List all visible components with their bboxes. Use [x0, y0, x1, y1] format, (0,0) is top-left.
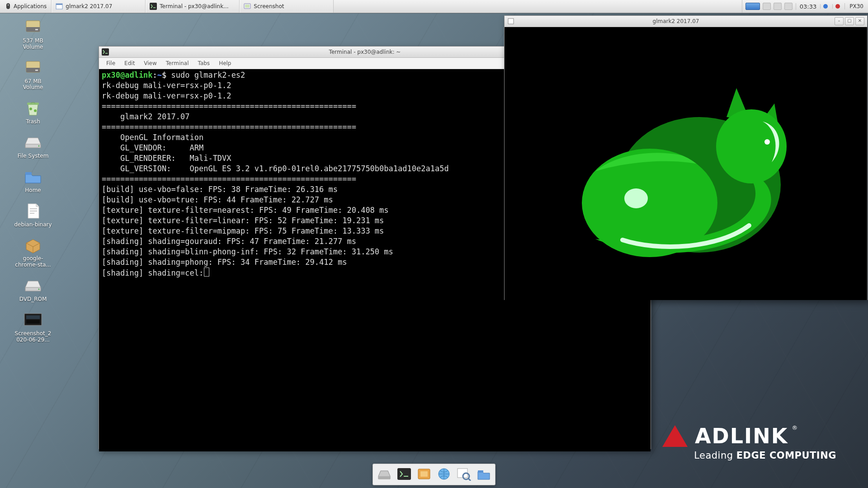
- dock-terminal[interactable]: [396, 466, 413, 483]
- bottom-dock: [373, 464, 495, 485]
- menu-file[interactable]: File: [102, 59, 120, 68]
- minimize-button[interactable]: –: [835, 17, 844, 25]
- svg-rect-25: [26, 320, 40, 324]
- close-button[interactable]: ✕: [855, 17, 864, 25]
- files-icon: [377, 467, 392, 482]
- top-panel: Applications glmark2 2017.07Terminal - p…: [0, 0, 868, 13]
- desktop-icon-label: Screenshot_2020-06-29...: [15, 331, 52, 343]
- desktop-icon-trash[interactable]: Trash: [8, 99, 58, 125]
- svg-rect-37: [420, 471, 428, 477]
- viewer-icon: [456, 467, 472, 482]
- desktop-icon-deb[interactable]: debian-binary: [8, 202, 58, 228]
- software-icon: [416, 467, 432, 482]
- applications-menu[interactable]: Applications: [0, 0, 52, 13]
- glmark2-title: glmark2 2017.07: [517, 18, 835, 24]
- image-icon: [23, 311, 43, 329]
- menu-help[interactable]: Help: [214, 59, 236, 68]
- taskbar-item-label: Screenshot: [254, 3, 284, 9]
- disk-icon: [23, 59, 43, 77]
- svg-point-14: [34, 109, 37, 112]
- package-icon: [23, 236, 43, 254]
- desktop-icon-area: 537 MBVolume67 MBVolumeTrashFile SystemH…: [8, 18, 58, 351]
- workspace-3[interactable]: [774, 3, 782, 10]
- text-cursor-icon: [519, 307, 524, 316]
- svg-rect-34: [378, 476, 390, 479]
- file-icon: [23, 202, 43, 220]
- svg-rect-5: [245, 5, 250, 8]
- web-icon: [436, 467, 452, 482]
- window-icon: [56, 3, 63, 10]
- panel-clock[interactable]: 03:33: [796, 3, 820, 10]
- desktop-icon-label: DVD_ROM: [19, 296, 47, 303]
- menu-view[interactable]: View: [139, 59, 161, 68]
- desktop-icon-shot[interactable]: Screenshot_2020-06-29...: [8, 311, 58, 343]
- dock-web[interactable]: [435, 466, 453, 483]
- desktop-icon-label: google-chrome-sta...: [15, 256, 51, 268]
- systray-workspace[interactable]: [742, 0, 796, 13]
- svg-rect-18: [30, 208, 37, 209]
- svg-rect-24: [26, 315, 40, 319]
- dock-files[interactable]: [376, 466, 393, 483]
- vendor-tagline-bold: EDGE COMPUTING: [736, 450, 836, 461]
- drive-icon: [23, 133, 43, 151]
- vendor-logo: ADLINK ® Leading EDGE COMPUTING: [662, 424, 836, 461]
- vendor-logo-mark: [662, 425, 688, 447]
- workspace-2[interactable]: [763, 3, 771, 10]
- desktop-icon-label: 67 MBVolume: [23, 79, 43, 91]
- taskbar-item-2[interactable]: Screenshot: [240, 0, 334, 13]
- terminal-icon: [102, 48, 109, 56]
- desktop[interactable]: ADLINK ® Leading EDGE COMPUTING Applicat…: [0, 0, 868, 488]
- desktop-icon-home[interactable]: Home: [8, 168, 58, 194]
- svg-point-32: [764, 139, 770, 145]
- taskbar-item-label: Terminal - px30@adlink...: [160, 3, 228, 9]
- svg-point-13: [29, 108, 32, 110]
- desktop-icon-label: Home: [25, 188, 41, 194]
- glmark2-window[interactable]: glmark2 2017.07 – ▢ ✕: [504, 15, 868, 300]
- menu-tabs[interactable]: Tabs: [193, 59, 215, 68]
- desktop-icon-chrome[interactable]: google-chrome-sta...: [8, 236, 58, 268]
- svg-rect-41: [478, 470, 483, 473]
- folder-icon: [476, 467, 491, 482]
- desktop-icon-vol2[interactable]: 67 MBVolume: [8, 59, 58, 91]
- svg-rect-27: [508, 19, 514, 24]
- vendor-logo-text: ADLINK: [695, 424, 788, 448]
- svg-rect-26: [102, 48, 109, 56]
- folder-icon: [23, 168, 43, 186]
- svg-rect-3: [150, 3, 157, 10]
- tray-network[interactable]: [832, 4, 844, 9]
- menu-terminal[interactable]: Terminal: [161, 59, 193, 68]
- trash-icon: [23, 99, 43, 117]
- window-icon: [507, 18, 514, 25]
- taskbar-item-1[interactable]: Terminal - px30@adlink...: [146, 0, 240, 13]
- svg-rect-0: [8, 4, 9, 6]
- mouse-icon: [5, 3, 12, 10]
- cel-shaded-cat: [568, 72, 803, 266]
- svg-point-16: [38, 145, 40, 146]
- taskbar-item-0[interactable]: glmark2 2017.07: [52, 0, 146, 13]
- taskbar-item-label: glmark2 2017.07: [66, 3, 112, 9]
- desktop-icon-fs[interactable]: File System: [8, 133, 58, 160]
- glmark2-titlebar[interactable]: glmark2 2017.07 – ▢ ✕: [505, 16, 867, 27]
- panel-host[interactable]: PX30: [844, 3, 868, 9]
- dock-software[interactable]: [415, 466, 433, 483]
- disk-icon: [23, 18, 43, 36]
- desktop-icon-dvd[interactable]: DVD_ROM: [8, 277, 58, 303]
- registered-mark: ®: [792, 424, 797, 431]
- workspace-4[interactable]: [784, 3, 793, 10]
- menu-edit[interactable]: Edit: [120, 59, 139, 68]
- glmark2-viewport: [505, 27, 867, 300]
- terminal-icon: [150, 3, 157, 10]
- applications-label: Applications: [14, 3, 47, 9]
- dock-viewer[interactable]: [455, 466, 472, 483]
- desktop-icon-label: 537 MBVolume: [23, 38, 43, 51]
- svg-rect-17: [25, 172, 32, 175]
- terminal-icon: [396, 467, 412, 482]
- maximize-button[interactable]: ▢: [845, 17, 854, 25]
- workspace-active[interactable]: [745, 3, 760, 10]
- dock-folder[interactable]: [475, 466, 492, 483]
- svg-rect-12: [27, 103, 39, 105]
- tray-bluetooth[interactable]: [820, 4, 832, 9]
- desktop-icon-vol1[interactable]: 537 MBVolume: [8, 18, 58, 51]
- desktop-icon-label: debian-binary: [14, 222, 52, 228]
- desktop-icon-label: File System: [18, 153, 49, 160]
